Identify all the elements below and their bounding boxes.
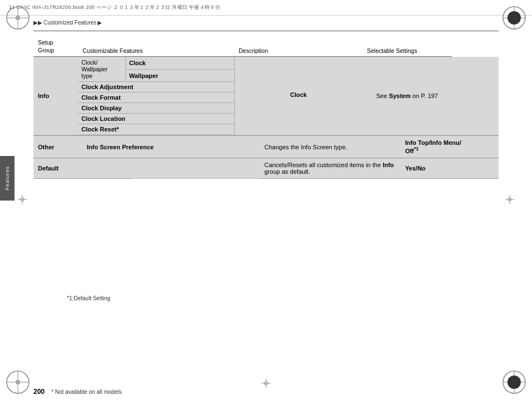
info-screen-desc: Changes the Info Screen type. — [260, 136, 400, 158]
main-content: SetupGroup Customizable Features Descrip… — [33, 36, 499, 367]
clock-display-cell: Clock Display — [78, 103, 234, 114]
clock-location-cell: Clock Location — [78, 114, 234, 124]
clock-main-row: Clock/Wallpapertype Clock — [78, 57, 234, 69]
svg-point-17 — [507, 375, 521, 389]
footer-note: * Not available on all models — [51, 389, 122, 395]
clock-selectable-cell — [452, 57, 499, 135]
clock-option-cell: Clock — [125, 57, 234, 69]
crosshair-bottom-center — [260, 378, 272, 390]
clock-label-cell: Clock — [234, 57, 362, 135]
footnote: *1:Default Setting — [67, 295, 110, 301]
breadcrumb-text: Customized Features — [43, 19, 96, 26]
features-table-lower: Other Info Screen Preference Changes the… — [33, 135, 499, 179]
page-number: 200 — [33, 388, 45, 396]
table-row-other: Other Info Screen Preference Changes the… — [33, 136, 499, 158]
clock-adj-row: Clock Adjustment — [78, 82, 234, 92]
footnote-text: *1:Default Setting — [67, 295, 110, 301]
header-filename: 11 CIVIC IMA-31TR26200.book 200 ページ ２０１３… — [9, 4, 220, 11]
breadcrumb-arrow: ▶▶ — [33, 19, 42, 26]
features-table: SetupGroup Customizable Features Descrip… — [33, 36, 499, 135]
clock-format-row: Clock Format — [78, 92, 234, 103]
breadcrumb: ▶▶ Customized Features ▶ — [33, 19, 102, 26]
see-system-suffix: on P. 197 — [411, 92, 438, 99]
corner-decoration-tl — [4, 4, 31, 31]
table-row-default: Default Cancels/Resets all customized it… — [33, 158, 499, 178]
col-header-selectable: Selectable Settings — [362, 36, 452, 57]
default-empty — [132, 158, 260, 178]
info-cell: Info — [33, 57, 78, 135]
breadcrumb-line — [33, 31, 499, 31]
col-header-setup: SetupGroup — [33, 36, 78, 57]
clock-format-cell: Clock Format — [78, 92, 234, 103]
footer-area: 200 * Not available on all models — [33, 388, 122, 396]
wallpaper-option-cell: Wallpaper — [125, 69, 234, 82]
header-bar: 11 CIVIC IMA-31TR26200.book 200 ページ ２０１３… — [0, 0, 532, 16]
clock-location-row: Clock Location — [78, 114, 234, 124]
corner-decoration-tr — [501, 4, 528, 31]
crosshair-right-center — [504, 194, 515, 206]
clock-reset-cell: Clock Reset* — [78, 124, 234, 135]
corner-decoration-bl — [4, 369, 31, 396]
crosshair-left-center — [17, 194, 28, 206]
other-label: Other — [33, 136, 83, 158]
see-system-cell: See System on P. 197 — [362, 57, 452, 135]
left-features-tab: Features — [0, 156, 14, 201]
default-desc: Cancels/Resets all customized items in t… — [260, 158, 400, 178]
col-header-description: Description — [234, 36, 362, 57]
info-screen-settings: Info Top/Info Menu/Off*1 — [400, 136, 499, 158]
table-header-row: SetupGroup Customizable Features Descrip… — [33, 36, 499, 57]
see-system-bold: System — [389, 92, 410, 99]
corner-decoration-br — [501, 369, 528, 396]
left-tab-label: Features — [4, 166, 10, 191]
clock-reset-row: Clock Reset* — [78, 124, 234, 135]
info-screen-pref-label: Info Screen Preference — [83, 136, 260, 158]
clock-group-label: Clock — [239, 91, 359, 98]
clock-adjustment-cell: Clock Adjustment — [78, 82, 234, 92]
breadcrumb-arrow-end: ▶ — [98, 19, 102, 26]
table-row-info-clock: Info Clock/Wallpapertype Clock Wallpaper — [33, 57, 499, 135]
col-header-customizable: Customizable Features — [78, 36, 234, 57]
clock-inner-table: Clock/Wallpapertype Clock Wallpaper Cloc… — [78, 57, 234, 135]
default-label: Default — [33, 158, 132, 178]
svg-point-8 — [507, 11, 521, 25]
clock-display-row: Clock Display — [78, 103, 234, 114]
clock-wallpaper-label: Clock/Wallpapertype — [78, 57, 125, 82]
clock-cell: Clock/Wallpapertype Clock Wallpaper Cloc… — [78, 57, 234, 135]
default-settings: Yes/No — [400, 158, 499, 178]
see-system-prefix: See — [376, 92, 389, 99]
